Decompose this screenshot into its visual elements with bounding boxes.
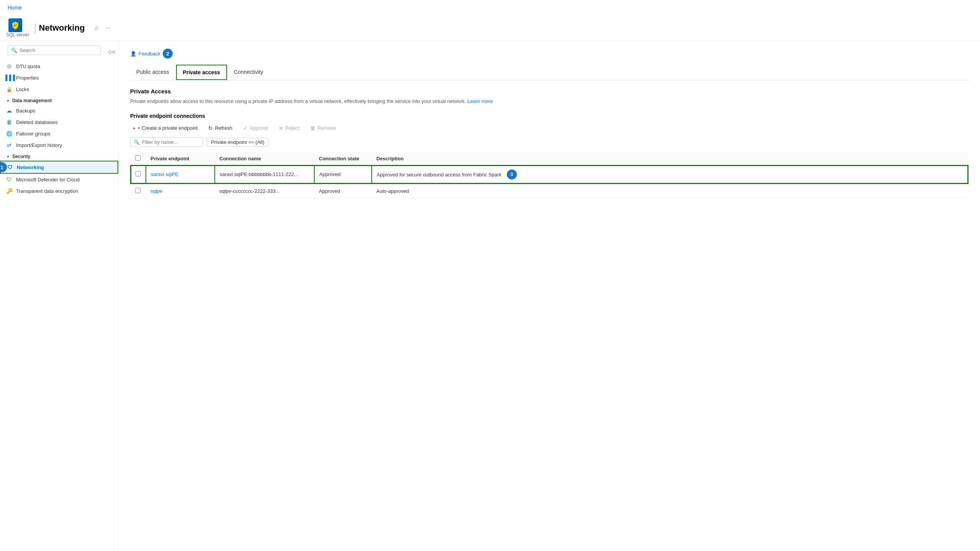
section-data-management[interactable]: ▼ Data management [0, 95, 118, 105]
filter-input-wrapper[interactable]: 🔍 [130, 137, 203, 147]
sidebar-item-dtu-quota[interactable]: ⊙ DTU quota [0, 60, 118, 72]
filter-tag[interactable]: Private endpoint == (All) [207, 138, 268, 147]
row1-state-cell: Approved [314, 165, 372, 184]
search-input[interactable] [20, 47, 98, 53]
content-area: 👤 Feedback 2 Public access Private acces… [119, 41, 980, 551]
refresh-icon: ↻ [208, 125, 213, 131]
filter-row: 🔍 Private endpoint == (All) [130, 137, 969, 147]
row2-endpoint-link[interactable]: sqlpe [150, 188, 162, 194]
sidebar-item-label: Microsoft Defender for Cloud [16, 177, 80, 183]
col-header-connection: Connection name [215, 152, 314, 165]
filter-name-input[interactable] [142, 139, 199, 145]
sidebar-item-failover-groups[interactable]: 🌐 Failover groups [0, 128, 118, 139]
favorite-button[interactable]: ☆ [92, 24, 101, 33]
sidebar-item-backups[interactable]: ☁ Backups [0, 105, 118, 116]
collapse-button[interactable]: « [112, 49, 115, 55]
feedback-bar[interactable]: 👤 Feedback 2 [130, 49, 969, 59]
table-row: sqlpe sqlpe-cccccccc-2222-333... Approve… [131, 184, 968, 199]
search-icon: 🔍 [11, 47, 17, 53]
row2-connection-value: sqlpe-cccccccc-2222-333... [219, 188, 280, 194]
row1-connection-cell: saravi.sqlPE-bbbbbbbb-1111-222... [215, 165, 314, 184]
sidebar-item-properties[interactable]: ▐▐▐ Properties [0, 72, 118, 83]
row1-checkbox-cell [131, 165, 146, 184]
tab-private-access[interactable]: Private access [176, 65, 227, 80]
section-label: Security [12, 154, 30, 159]
tabs-bar: Public access Private access Connectivit… [130, 65, 969, 80]
sidebar-item-label: Networking [17, 165, 44, 170]
search-box[interactable]: 🔍 [8, 46, 101, 55]
row2-connection-cell: sqlpe-cccccccc-2222-333... [215, 184, 314, 199]
refresh-label: Refresh [215, 125, 232, 131]
more-options-button[interactable]: ··· [104, 24, 112, 32]
page-title: Networking [39, 23, 85, 33]
sidebar-item-label: Locks [16, 86, 29, 92]
row1-state-value: Approved [319, 171, 341, 177]
connections-title: Private endpoint connections [130, 113, 969, 119]
sidebar-item-label: Import/Export history [16, 142, 62, 148]
dtu-quota-icon: ⊙ [6, 63, 12, 69]
sidebar-item-networking[interactable]: 🛡 Networking 1 [0, 161, 118, 174]
approve-icon: ✓ [243, 125, 248, 131]
row2-desc-value: Auto-approved [376, 188, 409, 194]
learn-more-link[interactable]: Learn more [467, 98, 493, 104]
refresh-button[interactable]: ↻ Refresh [206, 124, 235, 133]
sidebar: 🔍 ◇ « ⊙ DTU quota ▐▐▐ Properties 🔒 Locks… [0, 41, 119, 551]
section-title: Private Access [130, 88, 969, 95]
create-endpoint-button[interactable]: + + Create a private endpoint [130, 124, 200, 133]
app-header: SQL server | Networking ☆ ··· [0, 15, 980, 41]
row2-desc-cell: Auto-approved [372, 184, 968, 199]
defender-icon: 🛡 [6, 176, 12, 183]
row2-checkbox[interactable] [135, 188, 140, 193]
sidebar-item-deleted-databases[interactable]: 🗑 Deleted databases [0, 116, 118, 128]
row1-checkbox[interactable] [136, 171, 141, 176]
table-row: saravi.sqlPE saravi.sqlPE-bbbbbbbb-1111-… [131, 165, 968, 184]
filter-search-icon: 🔍 [134, 139, 140, 145]
table-header-row: Private endpoint Connection name Connect… [131, 152, 968, 165]
sidebar-item-locks[interactable]: 🔒 Locks [0, 83, 118, 95]
deleted-dbs-icon: 🗑 [6, 119, 12, 125]
home-link[interactable]: Home [0, 0, 980, 15]
tde-icon: 🔑 [6, 188, 12, 194]
failover-icon: 🌐 [6, 130, 12, 137]
approve-button[interactable]: ✓ Approve [241, 124, 270, 133]
tab-public-access[interactable]: Public access [130, 65, 175, 80]
chevron-down-icon: ▼ [6, 155, 10, 159]
col-header-endpoint: Private endpoint [146, 152, 215, 165]
row2-state-value: Approved [319, 188, 340, 194]
import-export-icon: ⇄ [6, 142, 12, 148]
section-label: Data management [12, 98, 52, 103]
feedback-icon: 👤 [130, 51, 136, 57]
sql-server-label: SQL server [6, 32, 29, 37]
remove-button[interactable]: 🗑 Remove [308, 124, 338, 133]
sidebar-item-import-export[interactable]: ⇄ Import/Export history [0, 139, 118, 151]
sidebar-item-label: DTU quota [16, 64, 40, 69]
remove-icon: 🗑 [310, 125, 315, 131]
properties-icon: ▐▐▐ [6, 75, 12, 81]
col-header-desc: Description [372, 152, 968, 165]
plus-icon: + [132, 125, 136, 131]
title-actions: ☆ ··· [92, 24, 112, 33]
chevron-down-icon: ▼ [6, 99, 10, 103]
sidebar-item-label: Failover groups [16, 131, 51, 137]
reject-label: Reject [285, 125, 299, 131]
backups-icon: ☁ [6, 108, 12, 114]
select-all-checkbox[interactable] [135, 155, 140, 161]
col-header-checkbox [131, 152, 146, 165]
row1-desc-cell: Approved for secure outbound access from… [372, 165, 968, 184]
networking-icon: 🛡 [7, 164, 13, 170]
tab-connectivity[interactable]: Connectivity [228, 65, 269, 80]
row1-endpoint-cell: saravi.sqlPE [146, 165, 215, 184]
row1-connection-value: saravi.sqlPE-bbbbbbbb-1111-222... [220, 171, 298, 177]
section-security[interactable]: ▼ Security [0, 151, 118, 161]
sidebar-item-defender[interactable]: 🛡 Microsoft Defender for Cloud [0, 174, 118, 185]
row1-desc-value: Approved for secure outbound access from… [377, 171, 501, 177]
sidebar-item-tde[interactable]: 🔑 Transparent data encryption [0, 185, 118, 197]
filter-button[interactable]: ◇ [108, 49, 112, 55]
sidebar-item-label: Properties [16, 75, 39, 81]
reject-button[interactable]: ✕ Reject [276, 124, 302, 133]
title-divider: | [34, 22, 36, 34]
sidebar-item-label: Backups [16, 108, 35, 114]
row1-endpoint-link[interactable]: saravi.sqlPE [151, 171, 178, 177]
row2-endpoint-cell: sqlpe [146, 184, 215, 199]
remove-label: Remove [317, 125, 336, 131]
